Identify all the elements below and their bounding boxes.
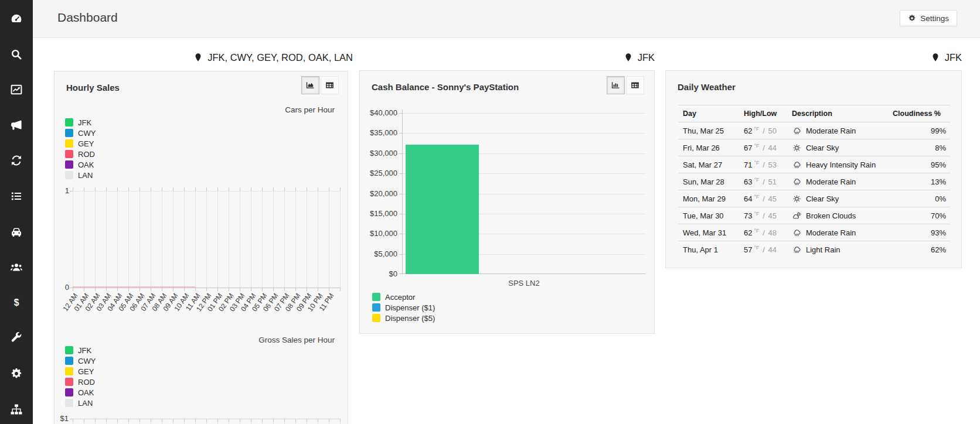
weather-row: Sat, Mar 2771°F / 53Heavy Intensity Rain… bbox=[678, 156, 950, 173]
view-toggle-group bbox=[607, 76, 644, 94]
chart-view-button[interactable] bbox=[301, 76, 319, 94]
axis-tick bbox=[106, 419, 107, 422]
weather-cloudiness: 62% bbox=[888, 241, 950, 258]
axis-tick bbox=[139, 187, 140, 191]
weather-day: Tue, Mar 30 bbox=[678, 207, 739, 224]
legend-item[interactable]: ROD bbox=[65, 149, 96, 159]
table-view-button[interactable] bbox=[321, 76, 339, 94]
location-label: JFK, CWY, GEY, ROD, OAK, LAN bbox=[207, 52, 353, 63]
axis-tick bbox=[295, 288, 296, 291]
legend-item[interactable]: ROD bbox=[65, 377, 96, 387]
legend-swatch bbox=[65, 357, 73, 365]
axis-tick bbox=[95, 187, 96, 191]
legend-swatch bbox=[65, 139, 73, 148]
table-view-button[interactable] bbox=[626, 76, 644, 94]
settings-button[interactable]: Settings bbox=[900, 10, 957, 26]
legend-item[interactable]: CWY bbox=[65, 128, 96, 138]
sidebar-item-customers[interactable] bbox=[0, 254, 33, 280]
legend-gross-sales: JFKCWYGEYRODOAKLAN bbox=[65, 345, 96, 408]
sidebar-item-sites[interactable] bbox=[0, 396, 33, 422]
sidebar-item-search[interactable] bbox=[0, 42, 33, 67]
legend-item[interactable]: GEY bbox=[65, 366, 96, 377]
cash-balance-chart: $0$5,000$10,000$15,000$20,000$25,000$30,… bbox=[402, 113, 646, 274]
sidebar-item-vehicles[interactable] bbox=[0, 219, 33, 245]
weather-description-label: Clear Sky bbox=[806, 194, 839, 203]
gridline bbox=[402, 133, 646, 134]
axis-tick bbox=[240, 187, 240, 191]
sidebar-item-maintenance[interactable] bbox=[0, 325, 33, 351]
weather-high-low: 63°F / 51 bbox=[739, 173, 787, 190]
wrench-icon bbox=[10, 331, 23, 344]
legend-item[interactable]: Acceptor bbox=[372, 292, 435, 302]
legend-label: CWY bbox=[78, 357, 96, 365]
legend-item[interactable]: CWY bbox=[65, 355, 96, 366]
sidebar-item-billing[interactable]: $ bbox=[0, 290, 33, 316]
legend-swatch bbox=[65, 171, 73, 179]
y-tick-label: $25,000 bbox=[352, 169, 397, 177]
weather-description-label: Light Rain bbox=[806, 245, 841, 254]
sidebar-item-announcements[interactable] bbox=[0, 112, 33, 138]
gridline bbox=[295, 191, 296, 288]
legend-label: GEY bbox=[78, 139, 94, 148]
legend-item[interactable]: Dispenser ($1) bbox=[372, 302, 435, 313]
legend-item[interactable]: Dispenser ($5) bbox=[372, 313, 435, 323]
sidebar-item-dashboard[interactable] bbox=[0, 6, 33, 32]
gear-icon bbox=[908, 14, 916, 22]
legend-swatch bbox=[372, 303, 380, 312]
y-tick-label: $40,000 bbox=[352, 108, 397, 117]
location-selector-weather[interactable]: JFK bbox=[931, 50, 962, 64]
legend-item[interactable]: LAN bbox=[65, 398, 96, 408]
gridline bbox=[402, 113, 646, 114]
gridline bbox=[229, 191, 229, 288]
weather-row: Sun, Mar 2863°F / 51Moderate Rain13% bbox=[678, 173, 950, 190]
weather-cloudiness: 95% bbox=[888, 156, 950, 173]
axis-tick bbox=[84, 419, 84, 422]
gridline bbox=[73, 191, 73, 288]
axis-tick bbox=[340, 187, 341, 191]
legend-item[interactable]: JFK bbox=[65, 117, 96, 128]
axis-tick bbox=[340, 419, 341, 422]
weather-row: Tue, Mar 3073°F / 45Broken Clouds70% bbox=[678, 207, 950, 224]
axis-tick bbox=[318, 288, 318, 291]
legend-label: OAK bbox=[78, 388, 94, 397]
legend-item[interactable]: LAN bbox=[65, 170, 96, 180]
legend-item[interactable]: GEY bbox=[65, 138, 96, 149]
legend-item[interactable]: JFK bbox=[65, 345, 96, 355]
legend-swatch bbox=[65, 399, 73, 407]
sidebar-item-reports[interactable] bbox=[0, 77, 33, 102]
y-tick-label: $35,000 bbox=[352, 128, 397, 137]
axis-tick bbox=[73, 187, 73, 191]
axis-tick bbox=[95, 419, 96, 422]
axis-tick bbox=[162, 187, 162, 191]
chart-title-gross-sales: Gross Sales per Hour bbox=[258, 336, 335, 344]
chart-view-button[interactable] bbox=[607, 76, 625, 94]
y-tick-label: $30,000 bbox=[352, 149, 397, 158]
weather-day: Thu, Apr 1 bbox=[678, 241, 739, 258]
axis-tick bbox=[151, 187, 151, 191]
sidebar-item-settings[interactable] bbox=[0, 361, 33, 387]
axis-tick bbox=[217, 288, 218, 291]
legend-item[interactable]: OAK bbox=[65, 159, 96, 170]
axis-tick bbox=[195, 288, 196, 291]
axis-tick bbox=[206, 187, 207, 191]
location-label: JFK bbox=[945, 52, 962, 63]
location-selector-cash[interactable]: JFK bbox=[624, 50, 655, 64]
sidebar-item-sync[interactable] bbox=[0, 148, 33, 173]
axis-tick bbox=[273, 187, 274, 191]
sidebar-item-lists[interactable] bbox=[0, 183, 33, 209]
weather-description: Moderate Rain bbox=[787, 224, 888, 241]
gridline bbox=[162, 191, 162, 288]
weather-row: Wed, Mar 3162°F / 48Moderate Rain93% bbox=[678, 224, 950, 241]
axis-tick bbox=[229, 187, 229, 191]
weather-description-label: Heavy Intensity Rain bbox=[806, 160, 876, 169]
location-selector-hourly[interactable]: JFK, CWY, GEY, ROD, OAK, LAN bbox=[193, 50, 353, 64]
weather-day: Mon, Mar 29 bbox=[678, 190, 739, 207]
axis-tick bbox=[184, 187, 185, 191]
legend-label: LAN bbox=[78, 399, 93, 408]
axis-tick bbox=[128, 419, 129, 422]
gridline bbox=[184, 191, 185, 288]
legend-item[interactable]: OAK bbox=[65, 387, 96, 398]
weather-high-low: 64°F / 45 bbox=[739, 190, 787, 207]
gridline bbox=[106, 191, 107, 288]
dollar-icon: $ bbox=[10, 296, 23, 309]
